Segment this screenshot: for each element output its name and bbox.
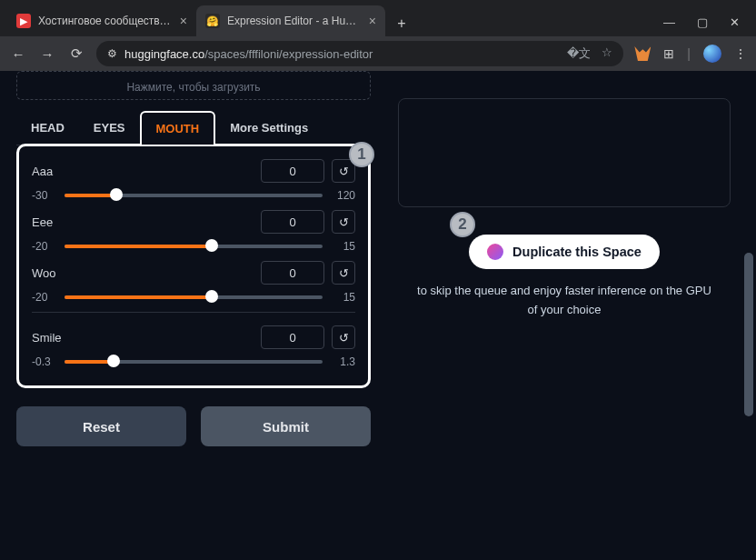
- page-content: Нажмите, чтобы загрузить HEAD EYES MOUTH…: [0, 71, 756, 560]
- close-tab-icon[interactable]: ×: [369, 14, 376, 28]
- slider-eee[interactable]: [65, 239, 323, 254]
- translate-icon[interactable]: �文: [567, 45, 591, 62]
- slider-value-input[interactable]: [261, 210, 324, 234]
- annotation-badge-1: 1: [349, 142, 374, 167]
- browser-tab-1[interactable]: ▶ Хостинговое сообщество «Tin ×: [7, 5, 196, 36]
- upload-area[interactable]: Нажмите, чтобы загрузить: [16, 71, 371, 100]
- reset-button[interactable]: Reset: [16, 406, 186, 446]
- window-close-icon[interactable]: ✕: [730, 15, 740, 29]
- new-tab-button[interactable]: +: [389, 11, 414, 36]
- slider-max: 1.3: [332, 355, 355, 368]
- duplicate-icon: [487, 244, 503, 260]
- slider-label: Smile: [32, 331, 62, 345]
- slider-min: -30: [32, 189, 55, 202]
- slider-smile[interactable]: [65, 355, 323, 369]
- url-path: /spaces/fffiloni/expression-editor: [204, 47, 373, 61]
- slider-label: Eee: [32, 215, 53, 229]
- slider-reset-button[interactable]: ↺: [332, 210, 355, 234]
- page-scrollbar[interactable]: [744, 253, 753, 416]
- profile-avatar[interactable]: [703, 45, 721, 63]
- slider-woo[interactable]: [65, 290, 323, 305]
- slider-value-input[interactable]: [261, 159, 324, 183]
- extension-metamask-icon[interactable]: [634, 46, 651, 61]
- site-settings-icon[interactable]: ⚙: [107, 47, 117, 60]
- slider-aaa[interactable]: [65, 188, 323, 203]
- tab-eyes[interactable]: EYES: [79, 111, 140, 145]
- slider-min: -20: [32, 240, 55, 253]
- settings-tabs: HEAD EYES MOUTH More Settings: [16, 111, 371, 145]
- browser-tab-2[interactable]: 🤗 Expression Editor - a Hugging F ×: [196, 5, 385, 36]
- duplicate-subtext: to skip the queue and enjoy faster infer…: [398, 282, 731, 320]
- reload-icon[interactable]: ⟳: [67, 45, 85, 62]
- slider-group-eee: Eee ↺ -20 15: [32, 210, 355, 254]
- slider-min: -20: [32, 291, 55, 304]
- tab-favicon: 🤗: [205, 14, 220, 28]
- slider-reset-button[interactable]: ↺: [332, 261, 355, 285]
- slider-label: Aaa: [32, 165, 53, 178]
- tab-favicon: ▶: [16, 14, 31, 28]
- slider-value-input[interactable]: [261, 261, 324, 285]
- slider-max: 15: [332, 240, 355, 253]
- tab-title: Хостинговое сообщество «Tin: [38, 15, 173, 27]
- tab-mouth[interactable]: MOUTH: [140, 111, 216, 145]
- tab-title: Expression Editor - a Hugging F: [227, 15, 362, 27]
- slider-reset-button[interactable]: ↺: [332, 325, 355, 349]
- forward-icon[interactable]: →: [38, 46, 56, 62]
- tab-head[interactable]: HEAD: [16, 111, 79, 145]
- output-preview: [398, 98, 731, 207]
- slider-label: Woo: [32, 266, 56, 280]
- window-titlebar: ▶ Хостинговое сообщество «Tin × 🤗 Expres…: [0, 0, 756, 36]
- tab-more-settings[interactable]: More Settings: [215, 111, 323, 145]
- url-domain: huggingface.co: [124, 47, 204, 61]
- slider-min: -0.3: [32, 355, 55, 368]
- back-icon[interactable]: ←: [9, 46, 27, 62]
- slider-group-aaa: Aaa ↺ -30 120: [32, 159, 355, 203]
- address-bar[interactable]: ⚙ huggingface.co/spaces/fffiloni/express…: [96, 41, 623, 66]
- slider-value-input[interactable]: [261, 325, 324, 349]
- window-maximize-icon[interactable]: ▢: [697, 15, 708, 29]
- duplicate-space-button[interactable]: Duplicate this Space: [469, 235, 660, 269]
- window-minimize-icon[interactable]: —: [663, 15, 675, 29]
- submit-button[interactable]: Submit: [201, 406, 371, 446]
- slider-max: 120: [332, 189, 355, 202]
- slider-group-woo: Woo ↺ -20 15: [32, 261, 355, 305]
- bookmark-icon[interactable]: ☆: [602, 45, 612, 62]
- extensions-icon[interactable]: ⊞: [663, 46, 674, 61]
- annotation-badge-2: 2: [450, 212, 475, 237]
- menu-icon[interactable]: ⋮: [734, 46, 747, 61]
- browser-toolbar: ← → ⟳ ⚙ huggingface.co/spaces/fffiloni/e…: [0, 36, 756, 71]
- close-tab-icon[interactable]: ×: [180, 14, 187, 28]
- mouth-panel: Aaa ↺ -30 120 Eee ↺: [16, 144, 371, 388]
- slider-max: 15: [332, 291, 355, 304]
- slider-group-smile: Smile ↺ -0.3 1.3: [32, 312, 355, 369]
